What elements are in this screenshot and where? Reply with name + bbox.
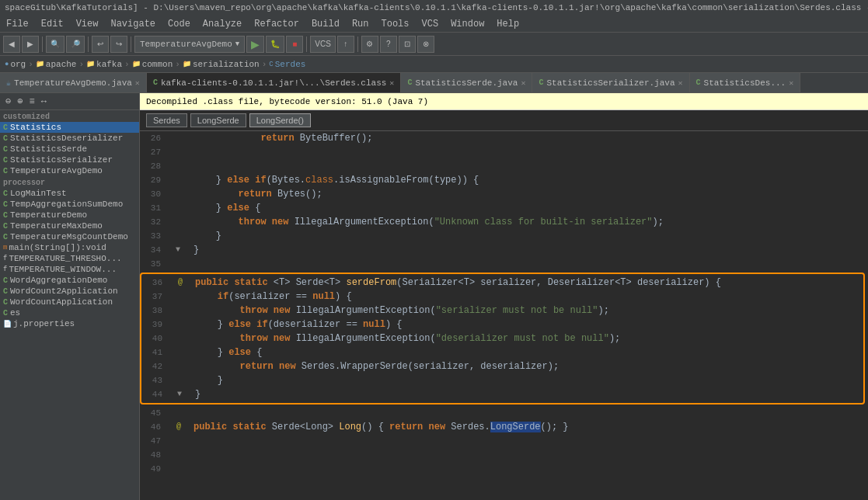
menu-view[interactable]: View (70, 17, 105, 31)
tab-icon-3: C (407, 78, 412, 87)
statsdes-class-icon: C (3, 134, 8, 143)
sidebar-item-statisticsserializer[interactable]: C StatisticsSerializer (0, 155, 139, 165)
forward-button[interactable]: ▶ (22, 36, 39, 53)
menu-edit[interactable]: Edit (35, 17, 70, 31)
code-area[interactable]: 26 return ByteBuffer(); 27 28 29 } else … (140, 131, 868, 500)
sidebar-menu-btn[interactable]: ≡ (26, 95, 37, 108)
sidebar-resize-btn[interactable]: ↔ (39, 95, 49, 108)
sidebar-item-wordcount[interactable]: C WordCountApplication (0, 297, 139, 307)
sidebar-item-temperatureavgdemo[interactable]: C TemperatureAvgDemo (0, 165, 139, 176)
sidebar-item-statistics[interactable]: C Statistics (0, 122, 139, 133)
settings-button[interactable]: ⚙ (361, 36, 378, 53)
line-content-36: public static <T> Serde<T> serdeFrom(Ser… (192, 276, 863, 290)
line-num-49: 49 (140, 462, 167, 476)
breadcrumb-kafka[interactable]: 📁 kafka (86, 60, 122, 69)
code-line-47: 47 (140, 434, 868, 448)
line-num-48: 48 (140, 448, 167, 462)
search2-button[interactable]: 🔎 (66, 36, 85, 53)
tab-statistics-serde[interactable]: C StatisticsSerde.java ✕ (401, 73, 532, 92)
run-config-dropdown[interactable]: TemperatureAvgDemo ▼ (134, 36, 245, 53)
sidebar-item-temperaturemsgcount[interactable]: C TemperatureMsgCountDemo (0, 231, 139, 242)
tab-statistics-des[interactable]: C StatisticsDes... ✕ (690, 73, 801, 92)
breadcrumb-apache-text[interactable]: apache (46, 60, 77, 69)
tab-temperature-avg[interactable]: ☕ TemperatureAvgDemo.java ✕ (0, 73, 147, 92)
breadcrumb-root[interactable]: ● org (5, 60, 26, 69)
sidebar-item-wordagg[interactable]: C WordAggregationDemo (0, 275, 139, 286)
menu-help[interactable]: Help (490, 17, 525, 31)
tab-close-1[interactable]: ✕ (135, 78, 140, 88)
menu-refactor[interactable]: Refactor (248, 17, 305, 31)
back-button[interactable]: ◀ (3, 36, 20, 53)
search-button[interactable]: 🔍 (46, 36, 64, 53)
sidebar-item-temperaturedemo[interactable]: C TemperatureDemo (0, 210, 139, 220)
menu-navigate[interactable]: Navigate (104, 17, 162, 31)
tempmsgcount-class-icon: C (3, 233, 8, 241)
processor-section-label: processor (0, 176, 139, 188)
toolbar-separator-2 (88, 36, 89, 52)
collapse-34-icon[interactable]: ▼ (176, 243, 180, 257)
line-num-29: 29 (140, 173, 167, 187)
line-gutter-36: @ (169, 276, 192, 290)
method-tab-serdes[interactable]: Serdes (146, 113, 187, 127)
breadcrumb-apache[interactable]: 📁 apache (36, 60, 77, 69)
sidebar-label-wordcount: WordCountApplication (10, 297, 113, 307)
menu-run[interactable]: Run (346, 17, 375, 31)
stop-button[interactable]: ■ (286, 36, 303, 53)
tab-statistics-serializer[interactable]: C StatisticsSerializer.java ✕ (532, 73, 689, 92)
breadcrumb-common[interactable]: 📁 common (132, 60, 173, 69)
menu-window[interactable]: Window (444, 17, 490, 31)
sidebar-item-tempaggsum[interactable]: C TempAggregationSumDemo (0, 199, 139, 210)
debug-button[interactable]: 🐛 (266, 36, 284, 53)
breadcrumb-serdes[interactable]: C Serdes (269, 60, 305, 69)
statsserde-class-icon: C (3, 145, 8, 154)
help-button[interactable]: ? (380, 36, 397, 53)
extra-button[interactable]: ⊡ (399, 36, 416, 53)
sidebar-item-es[interactable]: C es (0, 307, 139, 318)
sidebar-item-statisticsdeserializer[interactable]: C StatisticsDeserializer (0, 133, 139, 144)
undo-button[interactable]: ↩ (92, 36, 109, 53)
method-tab-longserde[interactable]: LongSerde (190, 113, 246, 127)
line-num-44: 44 (141, 387, 169, 401)
sidebar-item-temperaturemaxdemo[interactable]: C TemperatureMaxDemo (0, 220, 139, 231)
sidebar-item-statisticsserde[interactable]: C StatisticsSerde (0, 144, 139, 155)
sidebar-label-tempavg: TemperatureAvgDemo (10, 166, 103, 175)
sidebar-item-tempwindow[interactable]: f TEMPERATURE_WINDOW... (0, 264, 139, 275)
tab-close-5[interactable]: ✕ (789, 78, 793, 88)
breadcrumb-serialization[interactable]: 📁 serialization (183, 60, 260, 69)
sidebar-label-statistics: Statistics (10, 123, 61, 132)
vcs-push[interactable]: ↑ (337, 36, 354, 53)
sidebar-item-main[interactable]: m main(String[]):void (0, 242, 139, 253)
breadcrumb-common-text[interactable]: common (142, 60, 173, 69)
sidebar-item-logmaintest[interactable]: C LogMainTest (0, 188, 139, 199)
code-line-30: 30 return Bytes(); (140, 187, 868, 201)
sidebar-label-tempdemo: TemperatureDemo (10, 210, 87, 220)
menu-code[interactable]: Code (162, 17, 197, 31)
tab-close-2[interactable]: ✕ (389, 78, 394, 88)
sidebar-item-properties[interactable]: 📄 j.properties (0, 318, 139, 329)
breadcrumb-serialization-text[interactable]: serialization (193, 60, 260, 69)
sidebar-expand-btn[interactable]: ⊕ (15, 95, 25, 108)
redo-button[interactable]: ↪ (110, 36, 127, 53)
vcs-update[interactable]: VCS (310, 36, 336, 53)
line-num-33: 33 (140, 229, 167, 243)
method-tab-longserde-constructor[interactable]: LongSerde() (249, 113, 311, 127)
menu-build[interactable]: Build (305, 17, 346, 31)
tab-close-4[interactable]: ✕ (678, 78, 683, 88)
tab-serdes-class[interactable]: C kafka-clients-0.10.1.1.jar!\...\Serdes… (147, 73, 402, 92)
menu-analyze[interactable]: Analyze (197, 17, 248, 31)
breadcrumb-org[interactable]: org (10, 60, 26, 69)
breadcrumb-serdes-text[interactable]: Serdes (275, 60, 306, 69)
kafka-icon: 📁 (86, 60, 95, 68)
sidebar-item-wordcount2[interactable]: C WordCount2Application (0, 286, 139, 297)
breadcrumb-kafka-text[interactable]: kafka (96, 60, 122, 69)
collapse-44-icon[interactable]: ▼ (177, 387, 182, 401)
code-line-49: 49 (140, 462, 868, 476)
menu-tools[interactable]: Tools (375, 17, 416, 31)
sidebar-item-tempthresh[interactable]: f TEMPERATURE_THRESHO... (0, 253, 139, 264)
sidebar-collapse-btn[interactable]: ⊖ (3, 95, 13, 108)
close-button[interactable]: ⊗ (417, 36, 434, 53)
menu-file[interactable]: File (0, 17, 35, 31)
menu-vcs[interactable]: VCS (416, 17, 445, 31)
run-button[interactable]: ▶ (246, 36, 264, 53)
tab-close-3[interactable]: ✕ (521, 78, 525, 88)
